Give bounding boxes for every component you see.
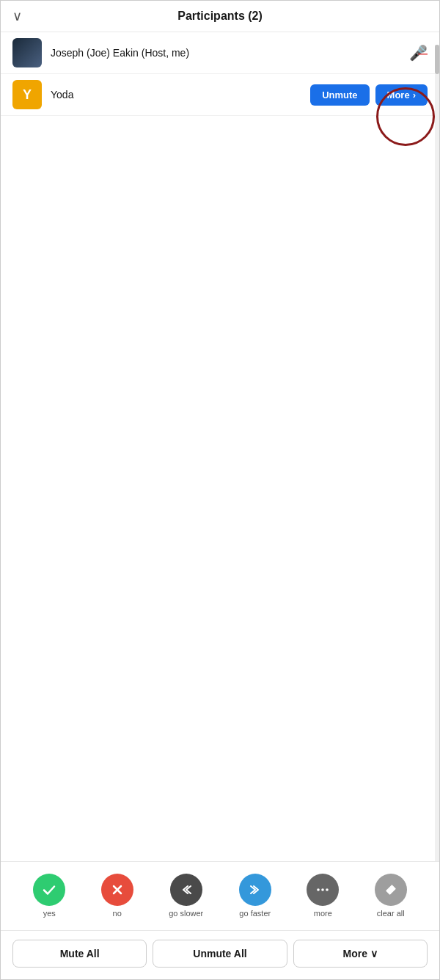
- participant-row: Y Yoda Unmute More ›: [1, 74, 439, 116]
- chevron-down-icon: ∨: [370, 948, 378, 959]
- header: ∨ Participants (2): [1, 1, 439, 32]
- reaction-more[interactable]: more: [307, 874, 339, 918]
- participant-name: Joseph (Joe) Eakin (Host, me): [51, 47, 428, 59]
- reaction-go-faster[interactable]: go faster: [239, 874, 271, 918]
- reaction-go-slower[interactable]: go slower: [169, 874, 203, 918]
- avatar-image: [12, 38, 42, 67]
- go-slower-label: go slower: [169, 909, 203, 918]
- reaction-yes[interactable]: yes: [33, 874, 65, 918]
- more-reactions-icon: [307, 874, 339, 906]
- go-faster-label: go faster: [239, 909, 271, 918]
- unmute-all-button[interactable]: Unmute All: [153, 940, 287, 968]
- yes-label: yes: [43, 909, 56, 918]
- more-label: More: [387, 89, 410, 100]
- panel-title: Participants (2): [177, 10, 263, 23]
- more-options-button[interactable]: More ∨: [293, 940, 428, 968]
- reactions-bar: yes no go slower go faster: [1, 861, 439, 924]
- svg-point-2: [326, 888, 329, 891]
- clear-all-icon: [375, 874, 407, 906]
- mute-all-button[interactable]: Mute All: [12, 940, 147, 968]
- reaction-clear-all[interactable]: clear all: [375, 874, 407, 918]
- avatar: [12, 38, 42, 67]
- more-reactions-label: more: [314, 909, 332, 918]
- yes-icon: [33, 874, 65, 906]
- scrollbar-track[interactable]: [435, 45, 439, 924]
- no-label: no: [113, 909, 122, 918]
- collapse-chevron[interactable]: ∨: [12, 8, 22, 24]
- go-slower-icon: [170, 874, 202, 906]
- clear-all-label: clear all: [377, 909, 405, 918]
- participant-name: Yoda: [51, 89, 310, 100]
- svg-point-1: [321, 888, 324, 891]
- more-button[interactable]: More ›: [375, 84, 428, 106]
- muted-icon: 🎤̶: [409, 44, 428, 62]
- scrollbar-thumb[interactable]: [435, 45, 439, 74]
- no-icon: [101, 874, 133, 906]
- go-faster-icon: [239, 874, 271, 906]
- more-options-label: More: [343, 948, 367, 959]
- svg-rect-3: [386, 885, 396, 895]
- unmute-button[interactable]: Unmute: [310, 84, 369, 106]
- participant-row: Joseph (Joe) Eakin (Host, me) 🎤̶: [1, 32, 439, 74]
- svg-point-0: [317, 888, 320, 891]
- chevron-right-icon: ›: [413, 89, 416, 100]
- bottom-actions: Mute All Unmute All More ∨: [1, 930, 439, 979]
- participant-actions: Unmute More ›: [310, 84, 428, 106]
- avatar: Y: [12, 80, 42, 109]
- reaction-no[interactable]: no: [101, 874, 133, 918]
